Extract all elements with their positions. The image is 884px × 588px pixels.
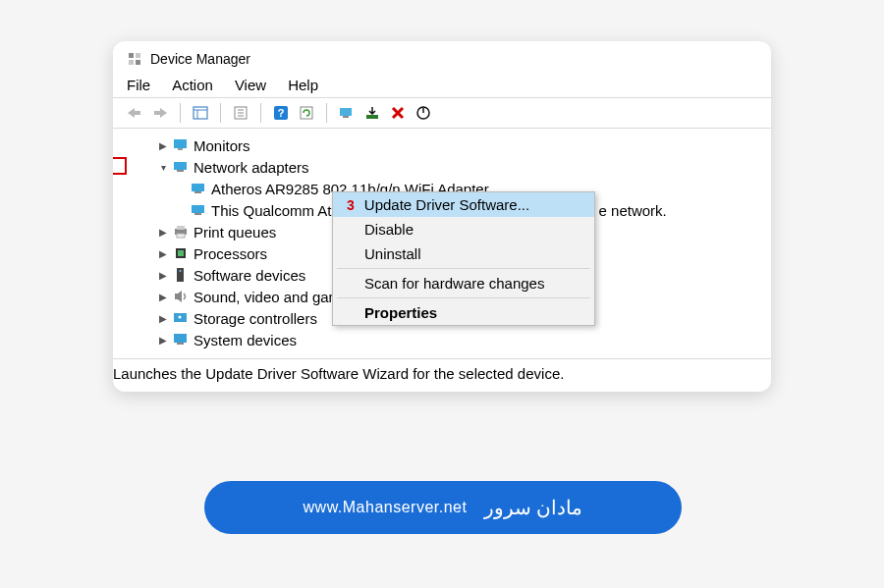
status-text: Launches the Update Driver Software Wiza… [113,365,564,382]
menu-disable[interactable]: Disable [333,217,594,241]
svg-rect-3 [136,60,140,65]
software-device-icon [172,266,190,284]
tree-label: Storage controllers [193,310,317,327]
window-title: Device Manager [150,51,250,67]
chevron-right-icon[interactable]: ▶ [156,290,170,303]
menu-view[interactable]: View [235,77,266,93]
svg-rect-5 [154,111,161,115]
tree-label: Monitors [193,137,250,154]
svg-text:?: ? [278,107,285,119]
menu-divider [337,268,590,269]
printer-icon [172,223,190,241]
menu-scan[interactable]: Scan for hardware changes [333,271,594,295]
separator [260,103,261,123]
forward-button[interactable] [148,102,172,124]
tree-label-left: This Qualcomm At [211,202,332,219]
menu-uninstall[interactable]: Uninstall [333,241,594,266]
enable-button[interactable] [412,102,435,124]
tree-label-right: e network. [599,202,667,219]
separator [326,103,327,123]
menu-file[interactable]: File [127,77,150,93]
svg-rect-6 [193,107,207,119]
menu-item-label: Uninstall [364,245,421,262]
chevron-right-icon[interactable]: ▶ [156,268,170,282]
show-hidden-button[interactable] [189,102,212,124]
back-button[interactable] [123,102,146,124]
tree-item-monitors[interactable]: ▶ Monitors [117,134,767,156]
svg-rect-37 [174,334,187,343]
svg-rect-29 [177,226,185,230]
tree-label: Print queues [193,224,276,241]
svg-rect-24 [192,184,204,191]
menu-item-label: Disable [364,221,414,238]
tree-item-network-adapters[interactable]: 1 ▾ Network adapters [117,156,767,178]
system-device-icon [172,331,190,348]
menu-divider [337,297,590,298]
tree-item-system[interactable]: ▶ System devices [117,329,767,350]
svg-point-34 [180,270,182,272]
monitor-icon [172,136,190,154]
menu-item-label: Scan for hardware changes [364,275,544,292]
menu-update-driver[interactable]: 3 Update Driver Software... [333,192,594,217]
svg-rect-30 [177,234,185,238]
chevron-down-icon[interactable]: ▾ [156,160,170,174]
app-icon [127,51,142,67]
tree-label: System devices [193,332,297,348]
banner-url: www.Mahanserver.net [304,499,468,516]
annotation-3: 3 [347,197,355,213]
tree-label: Sound, video and gam [193,289,341,305]
chevron-right-icon[interactable]: ▶ [156,311,170,325]
menubar: File Action View Help [113,73,771,97]
uninstall-button[interactable] [386,102,410,124]
svg-rect-16 [340,108,352,116]
properties-button[interactable] [229,102,252,124]
svg-rect-38 [177,343,184,345]
network-adapter-icon [190,201,207,219]
separator [180,103,181,123]
menu-item-label: Update Driver Software... [364,196,529,213]
menu-properties[interactable]: Properties [333,300,594,325]
svg-rect-1 [136,53,140,58]
svg-rect-20 [174,139,187,148]
network-adapter-icon [172,158,190,176]
chevron-right-icon[interactable]: ▶ [156,225,170,239]
refresh-button[interactable] [295,102,318,124]
svg-rect-18 [366,115,378,119]
network-adapter-icon [190,180,207,197]
device-manager-window: Device Manager File Action View Help ? ▶… [113,41,771,392]
svg-rect-21 [178,148,183,150]
menu-action[interactable]: Action [172,77,213,93]
storage-icon [172,309,190,327]
annotation-box-1 [113,157,127,175]
svg-point-36 [179,316,182,319]
statusbar: Launches the Update Driver Software Wiza… [113,358,771,392]
svg-rect-32 [178,250,184,256]
svg-rect-4 [134,111,140,115]
context-menu: 3 Update Driver Software... Disable Unin… [332,191,595,326]
svg-rect-23 [177,170,184,172]
watermark-banner: www.Mahanserver.net مادان سرور [204,481,682,534]
device-tree: ▶ Monitors 1 ▾ Network adapters 2 Athero… [113,129,771,358]
separator [220,103,221,123]
menu-help[interactable]: Help [288,77,318,93]
tree-label: Network adapters [193,159,309,176]
svg-rect-2 [129,60,134,65]
menu-item-label: Properties [364,304,437,321]
chevron-right-icon[interactable]: ▶ [156,333,170,347]
tree-label: Software devices [193,267,305,284]
banner-brand: مادان سرور [484,496,582,519]
help-button[interactable]: ? [269,102,293,124]
chevron-right-icon[interactable]: ▶ [156,138,170,152]
svg-rect-27 [194,213,201,215]
chevron-right-icon[interactable]: ▶ [156,246,170,260]
svg-rect-17 [343,116,349,118]
scan-button[interactable] [335,102,359,124]
install-button[interactable] [360,102,384,124]
titlebar: Device Manager [113,41,771,73]
sound-icon [172,288,190,305]
svg-rect-26 [192,205,204,213]
svg-rect-0 [129,53,134,58]
svg-rect-25 [194,191,201,193]
svg-rect-15 [301,107,312,119]
svg-rect-22 [174,162,187,170]
